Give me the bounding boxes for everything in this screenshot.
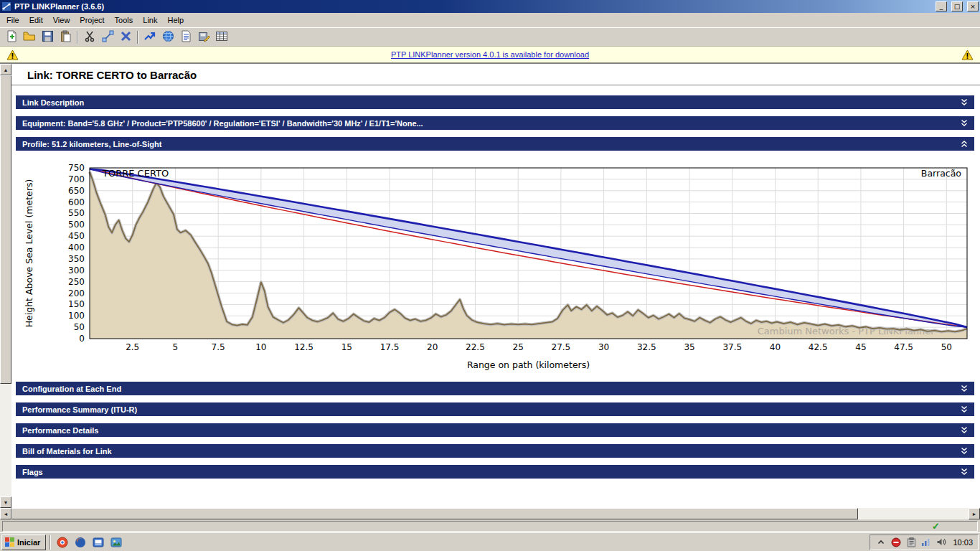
report-button[interactable] [177,29,194,45]
svg-text:37.5: 37.5 [722,342,742,352]
link-path-icon [102,30,114,44]
status-ok-check-icon: ✓ [932,521,940,532]
map-button[interactable] [159,29,176,45]
menu-bar: File Edit View Project Tools Link Help [0,13,980,27]
performance-button[interactable] [141,29,159,45]
quicklaunch-app2-icon[interactable] [108,534,124,550]
open-folder-icon [23,30,36,44]
toolbar-separator [77,31,78,44]
save-icon [42,30,54,44]
horizontal-scrollbar[interactable]: ◄ ► [0,508,980,519]
start-button[interactable]: Iniciar [1,534,46,550]
menu-link[interactable]: Link [138,14,162,27]
svg-text:300: 300 [68,265,85,276]
tray-clipboard-icon[interactable] [905,537,917,548]
svg-text:10: 10 [255,342,266,352]
svg-text:15: 15 [341,342,352,352]
svg-text:5: 5 [173,342,179,352]
menu-help[interactable]: Help [162,14,189,27]
vertical-scrollbar[interactable]: ▲ ▼ [0,64,11,508]
table-grid-icon [215,30,228,44]
section-link-description[interactable]: Link Description [16,95,974,109]
svg-text:12.5: 12.5 [294,342,314,352]
chevron-double-down-icon[interactable] [961,405,968,413]
svg-text:50: 50 [74,322,85,332]
scroll-down-button[interactable]: ▼ [0,496,11,508]
globe-icon [162,30,174,44]
app-window: PTP LINKPlanner (3.6.6) _ □ × File Edit … [0,0,980,551]
chevron-double-down-icon[interactable] [961,468,968,476]
svg-text:0: 0 [79,334,85,344]
svg-text:32.5: 32.5 [637,342,656,352]
close-button[interactable]: × [967,1,979,11]
tray-signal-icon[interactable] [920,537,932,548]
bom-button[interactable] [213,29,230,45]
section-bill-of-materials[interactable]: Bill of Materials for Link [16,444,974,458]
svg-text:TORRE CERTO: TORRE CERTO [102,168,169,179]
svg-text:350: 350 [68,254,85,264]
chevron-double-up-icon[interactable] [961,140,968,148]
report-icon [180,30,192,44]
title-bar[interactable]: PTP LINKPlanner (3.6.6) _ □ × [0,0,980,13]
cut-scissors-icon [84,30,96,44]
maximize-button[interactable]: □ [951,1,963,11]
section-flags[interactable]: Flags [16,465,974,479]
open-project-button[interactable] [21,29,38,45]
scroll-up-button[interactable]: ▲ [0,64,11,75]
tray-alert-icon[interactable] [890,537,902,548]
chevron-double-down-icon[interactable] [961,385,968,392]
svg-text:150: 150 [68,299,85,309]
menu-file[interactable]: File [1,14,24,27]
chevron-double-down-icon[interactable] [961,119,968,127]
svg-text:35: 35 [684,342,694,352]
menu-tools[interactable]: Tools [110,14,138,27]
paste-button[interactable] [57,29,74,45]
svg-text:25: 25 [513,342,524,352]
new-project-icon [6,30,18,44]
section-performance-summary[interactable]: Performance Summary (ITU-R) [16,402,974,416]
menu-edit[interactable]: Edit [24,14,48,27]
quicklaunch-browser2-icon[interactable] [72,534,88,550]
chevron-double-down-icon[interactable] [961,98,968,106]
link-page: Link: TORRE CERTO to Barracão Link Descr… [11,64,980,508]
svg-text:2.5: 2.5 [126,342,139,352]
svg-text:22.5: 22.5 [466,342,485,352]
menu-project[interactable]: Project [75,14,109,27]
svg-text:50: 50 [941,342,952,352]
section-configuration[interactable]: Configuration at Each End [16,382,974,395]
quicklaunch-app1-icon[interactable] [90,534,106,550]
svg-text:100: 100 [68,311,85,321]
svg-text:30: 30 [598,342,609,352]
svg-text:27.5: 27.5 [552,342,571,352]
svg-text:600: 600 [68,197,85,207]
minimize-button[interactable]: _ [936,1,947,11]
svg-text:45: 45 [855,342,866,352]
svg-text:Height Above Sea Level (meters: Height Above Sea Level (meters) [24,179,34,328]
menu-view[interactable]: View [48,14,75,27]
section-performance-details[interactable]: Performance Details [16,423,974,437]
update-download-link[interactable]: PTP LINKPlanner version 4.0.1 is availab… [391,50,589,59]
vertical-scroll-thumb[interactable] [0,75,11,384]
svg-text:750: 750 [68,163,85,173]
scroll-right-button[interactable]: ► [969,508,980,519]
quicklaunch-browser1-icon[interactable] [55,534,70,550]
new-link-button[interactable] [99,29,116,45]
svg-text:400: 400 [68,242,85,253]
cut-button[interactable] [81,29,98,45]
tray-volume-icon[interactable] [936,537,947,548]
save-button[interactable] [39,29,56,45]
new-project-button[interactable] [3,29,20,45]
export-button[interactable] [195,29,212,45]
svg-text:700: 700 [68,174,85,184]
horizontal-scroll-thumb[interactable] [11,508,858,519]
section-equipment[interactable]: Equipment: Band='5.8 GHz' / Product='PTP… [16,116,974,130]
page-title: Link: TORRE CERTO to Barracão [16,64,974,85]
toolbar-separator [137,31,138,44]
delete-button[interactable] [117,29,134,45]
svg-text:20: 20 [427,342,438,352]
hide-tray-icons-button[interactable] [875,537,887,548]
section-profile[interactable]: Profile: 51.2 kilometers, Line-of-Sight [16,137,974,151]
chevron-double-down-icon[interactable] [961,447,968,455]
scroll-left-button[interactable]: ◄ [0,508,11,519]
chevron-double-down-icon[interactable] [961,426,968,434]
